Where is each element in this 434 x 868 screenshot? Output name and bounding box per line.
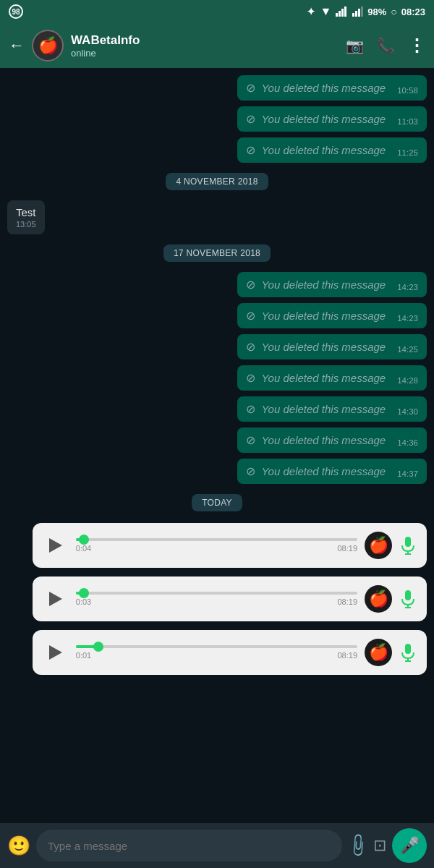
play-icon	[49, 538, 62, 553]
deleted-text: You deleted this message	[261, 465, 386, 477]
signal-bars-2	[352, 7, 363, 17]
voice-mic-icon	[399, 537, 417, 554]
video-call-button[interactable]: 📷	[346, 37, 364, 54]
voice-mic-icon	[399, 644, 417, 661]
deleted-icon: ⊘	[246, 402, 255, 416]
message-time: 10:58	[397, 86, 418, 95]
message-time: 14:36	[397, 438, 418, 447]
play-icon	[49, 645, 62, 660]
contact-status: online	[71, 48, 339, 59]
list-item: Test 13:05	[7, 200, 45, 234]
voice-dot	[93, 642, 103, 652]
bluetooth-icon: ✦	[307, 6, 315, 17]
more-options-button[interactable]: ⋮	[408, 35, 425, 56]
battery-text: 98%	[367, 7, 386, 17]
message-time: 14:25	[397, 345, 418, 354]
voice-dot	[79, 535, 89, 545]
deleted-text: You deleted this message	[261, 372, 386, 384]
voice-call-button[interactable]: 📞	[377, 37, 395, 54]
play-button[interactable]	[43, 639, 69, 665]
deleted-icon: ⊘	[246, 340, 255, 354]
avatar-icon: 🍎	[369, 536, 388, 555]
message-time: 14:37	[397, 469, 418, 478]
voice-duration: 0:03	[76, 597, 91, 606]
chat-area: ⊘ You deleted this message 10:58 ⊘ You d…	[0, 68, 434, 823]
voice-times: 0:04 08:19	[76, 544, 357, 553]
contact-info[interactable]: WABetaInfo online	[71, 33, 339, 59]
signal-bars	[336, 7, 346, 17]
voice-waveform	[76, 592, 357, 595]
chat-header: ← 🍎 WABetaInfo online 📷 📞 ⋮	[0, 23, 434, 68]
deleted-text: You deleted this message	[261, 82, 386, 94]
deleted-icon: ⊘	[246, 371, 255, 385]
list-item: 0:01 08:19 🍎	[33, 630, 427, 675]
mic-send-button[interactable]: 🎤	[392, 828, 427, 863]
input-area: 🙂 📎 ⊡ 🎤	[0, 823, 434, 868]
emoji-button[interactable]: 🙂	[7, 835, 30, 857]
wifi-icon: ▼	[320, 5, 331, 18]
avatar-icon: 🍎	[369, 590, 388, 608]
status-left: 98	[9, 4, 23, 19]
list-item: 0:04 08:19 🍎	[33, 523, 427, 568]
message-time: 14:30	[397, 407, 418, 416]
deleted-text: You deleted this message	[261, 310, 386, 322]
sender-avatar: 🍎	[365, 639, 392, 666]
clock: 08:23	[401, 7, 425, 17]
voice-times: 0:01 08:19	[76, 651, 357, 660]
voice-duration: 0:01	[76, 651, 91, 660]
message-time: 11:25	[397, 148, 418, 157]
status-right: ✦ ▼ 98% ○ 08:23	[307, 5, 425, 18]
message-time: 13:05	[16, 220, 36, 229]
list-item: ⊘ You deleted this message 14:23	[237, 303, 427, 328]
message-text: Test	[16, 206, 36, 218]
waveform-container: 0:03 08:19	[76, 592, 357, 606]
waveform-container: 0:01 08:19	[76, 645, 357, 660]
deleted-icon: ⊘	[246, 464, 255, 478]
voice-sent-time: 08:19	[337, 597, 357, 606]
sender-avatar: 🍎	[365, 585, 392, 613]
list-item: ⊘ You deleted this message 11:03	[237, 106, 427, 132]
voice-waveform	[76, 645, 357, 648]
camera-button[interactable]: ⊡	[373, 836, 386, 855]
voice-sent-time: 08:19	[337, 544, 357, 553]
attach-button[interactable]: 📎	[344, 832, 371, 859]
avatar-icon: 🍎	[369, 643, 388, 662]
svg-rect-6	[405, 644, 411, 654]
list-item: ⊘ You deleted this message 11:25	[237, 137, 427, 163]
status-bar: 98 ✦ ▼ 98% ○ 08:23	[0, 0, 434, 23]
battery-icon: ○	[391, 6, 396, 17]
message-time: 14:23	[397, 283, 418, 292]
back-button[interactable]: ←	[9, 36, 25, 55]
contact-name: WABetaInfo	[71, 33, 339, 48]
list-item: ⊘ You deleted this message 14:28	[237, 365, 427, 391]
list-item: ⊘ You deleted this message 14:25	[237, 334, 427, 359]
message-time: 14:28	[397, 376, 418, 385]
play-button[interactable]	[43, 532, 69, 558]
deleted-text: You deleted this message	[261, 434, 386, 446]
date-divider: 17 NOVEMBER 2018	[163, 244, 271, 262]
contact-avatar[interactable]: 🍎	[32, 30, 64, 61]
deleted-text: You deleted this message	[261, 341, 386, 353]
avatar-icon: 🍎	[38, 36, 58, 55]
list-item: ⊘ You deleted this message 14:37	[237, 459, 427, 484]
deleted-icon: ⊘	[246, 433, 255, 447]
voice-sent-time: 08:19	[337, 651, 357, 660]
deleted-text: You deleted this message	[261, 144, 386, 156]
play-button[interactable]	[43, 586, 69, 612]
notification-count: 98	[12, 8, 20, 16]
deleted-icon: ⊘	[246, 278, 255, 292]
header-actions: 📷 📞 ⋮	[346, 35, 425, 56]
deleted-icon: ⊘	[246, 143, 255, 157]
sender-avatar: 🍎	[365, 532, 392, 559]
list-item: 0:03 08:19 🍎	[33, 576, 427, 621]
voice-duration: 0:04	[76, 544, 91, 553]
list-item: ⊘ You deleted this message 14:36	[237, 427, 427, 453]
svg-rect-0	[405, 537, 411, 547]
svg-rect-3	[405, 590, 411, 600]
message-input[interactable]	[36, 830, 342, 861]
list-item: ⊘ You deleted this message 14:23	[237, 272, 427, 297]
voice-dot	[79, 588, 89, 598]
voice-times: 0:03 08:19	[76, 597, 357, 606]
deleted-text: You deleted this message	[261, 278, 386, 291]
play-icon	[49, 592, 62, 606]
